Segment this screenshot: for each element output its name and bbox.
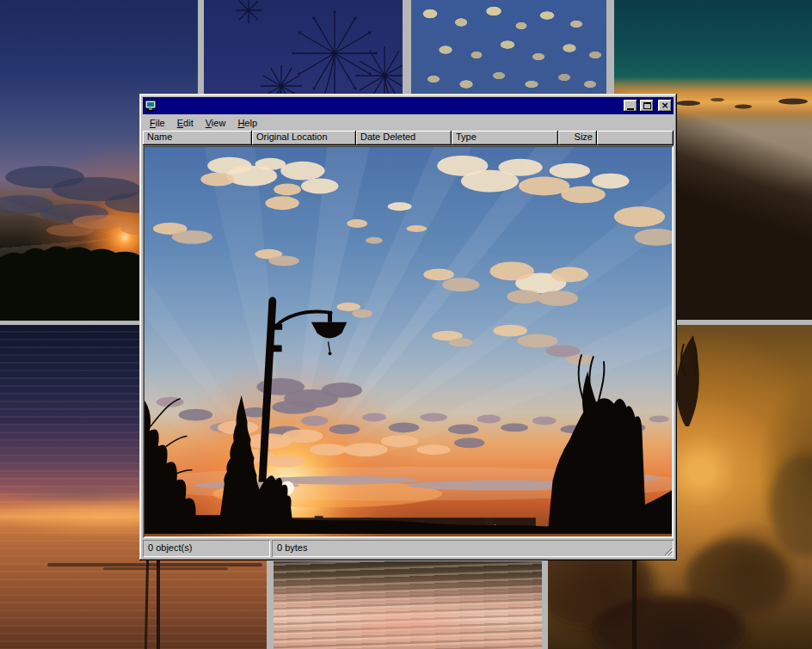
column-header-original-location[interactable]: Original Location bbox=[252, 131, 356, 145]
menu-help-rest: elp bbox=[244, 118, 257, 128]
status-bytes-panel: 0 bytes bbox=[272, 540, 674, 557]
listview-area[interactable] bbox=[143, 145, 674, 538]
menubar: File Edit View Help bbox=[143, 114, 674, 131]
wallpaper-tile-ripple-reflection bbox=[274, 561, 542, 649]
lagoon-shoreline bbox=[47, 563, 262, 566]
menu-view[interactable]: View bbox=[200, 116, 232, 130]
menu-edit-key: E bbox=[177, 118, 183, 128]
column-header-type[interactable]: Type bbox=[452, 131, 558, 145]
computer-icon[interactable] bbox=[145, 100, 157, 112]
lagoon-pole-silhouette bbox=[157, 559, 160, 649]
status-bytes-text: 0 bytes bbox=[277, 542, 307, 553]
status-bar: 0 object(s) 0 bytes bbox=[143, 540, 674, 557]
menu-edit-rest: dit bbox=[183, 118, 194, 128]
menu-file-rest: ile bbox=[156, 118, 165, 128]
titlebar[interactable]: × bbox=[143, 97, 674, 114]
menu-file-key: F bbox=[150, 118, 156, 128]
lagoon-sandbar bbox=[103, 567, 228, 570]
menu-view-key: V bbox=[206, 118, 212, 128]
menu-help[interactable]: Help bbox=[231, 116, 263, 130]
column-header-row: Name Original Location Date Deleted Type… bbox=[143, 131, 674, 145]
column-header-size[interactable]: Size bbox=[558, 131, 597, 145]
resize-grip[interactable] bbox=[662, 546, 673, 556]
menu-edit[interactable]: Edit bbox=[171, 116, 200, 130]
maximize-button[interactable] bbox=[640, 100, 654, 112]
column-header-blank[interactable] bbox=[597, 131, 674, 145]
menu-view-rest: iew bbox=[212, 118, 226, 128]
minimize-button[interactable] bbox=[624, 100, 637, 112]
column-header-name[interactable]: Name bbox=[143, 131, 252, 145]
sunset-lamp-photo bbox=[145, 147, 672, 536]
maximize-icon bbox=[643, 102, 651, 109]
menu-file[interactable]: File bbox=[144, 116, 171, 130]
minimize-icon bbox=[627, 108, 634, 110]
column-header-date-deleted[interactable]: Date Deleted bbox=[356, 131, 452, 145]
bokeh-lamppost-silhouette bbox=[632, 559, 637, 649]
status-objects-panel: 0 object(s) bbox=[143, 540, 270, 557]
recycle-bin-window: × File Edit View Help Name Original Loca… bbox=[139, 94, 677, 560]
close-icon: × bbox=[661, 101, 668, 110]
desktop: { "desktop": { "gap_color": "#b6b6b6", "… bbox=[0, 0, 812, 649]
close-button[interactable]: × bbox=[658, 100, 672, 112]
